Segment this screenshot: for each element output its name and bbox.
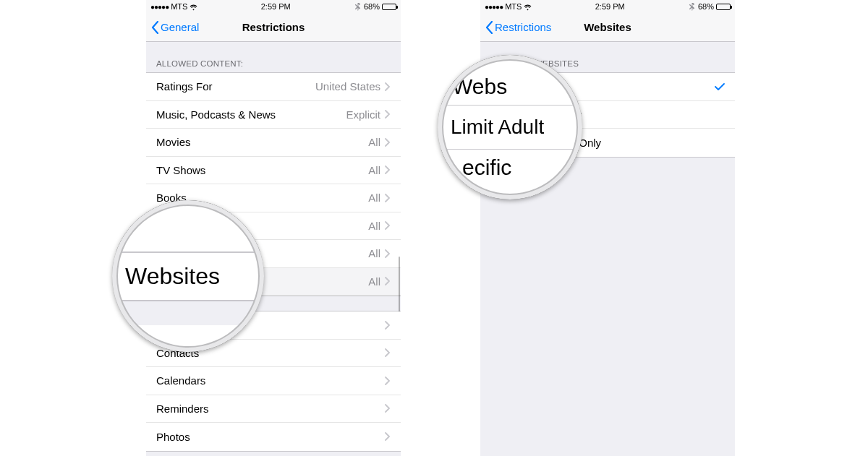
chevron-right-icon — [385, 321, 391, 330]
chevron-right-icon — [385, 277, 391, 285]
battery-pct: 68% — [698, 2, 714, 11]
status-right: 68% — [354, 2, 396, 11]
checkmark-icon — [715, 83, 725, 90]
row-value: All — [368, 192, 380, 204]
row-calendars[interactable]: Calendars — [146, 367, 401, 395]
chevron-right-icon — [385, 221, 391, 230]
chevron-right-icon — [385, 348, 391, 357]
row-value: All — [368, 164, 380, 176]
signal-dots-icon: ●●●●● — [485, 3, 503, 11]
chevron-right-icon — [385, 377, 391, 385]
row-label: Reminders — [156, 403, 385, 415]
chevron-right-icon — [385, 432, 391, 441]
status-left: ●●●●● MTS — [485, 2, 532, 11]
row-movies[interactable]: Movies All — [146, 129, 401, 157]
row-tv-shows[interactable]: TV Shows All — [146, 157, 401, 185]
row-label: Calendars — [156, 374, 385, 387]
chevron-left-icon — [151, 21, 159, 34]
magnifier-ghost-top: Webs — [438, 74, 582, 105]
row-music-podcasts-news[interactable]: Music, Podcasts & News Explicit — [146, 101, 401, 129]
chevron-right-icon — [385, 110, 391, 119]
status-left: ●●●●● MTS — [150, 2, 197, 11]
row-value: All — [368, 247, 380, 259]
bluetooth-icon — [354, 3, 362, 11]
chevron-right-icon — [385, 194, 391, 202]
wifi-icon — [190, 3, 197, 11]
signal-dots-icon: ●●●●● — [150, 3, 169, 11]
status-time: 2:59 PM — [261, 2, 291, 11]
row-value: Explicit — [346, 108, 380, 121]
wifi-icon — [524, 3, 532, 11]
nav-back-button[interactable]: Restrictions — [485, 13, 551, 41]
section-header-allowed-content: ALLOWED CONTENT: — [146, 42, 401, 72]
nav-title: Websites — [584, 21, 631, 33]
row-value: United States — [315, 80, 380, 93]
status-bar: ●●●●● MTS 2:59 PM 68% — [480, 0, 735, 13]
status-time: 2:59 PM — [595, 2, 625, 11]
battery-icon — [382, 4, 396, 10]
battery-pct: 68% — [364, 2, 380, 11]
nav-bar: Restrictions Websites — [480, 13, 735, 42]
status-right: 68% — [688, 2, 731, 11]
row-value: All — [368, 275, 380, 288]
chevron-right-icon — [385, 404, 391, 413]
magnifier-websites: Websites — [112, 200, 264, 352]
row-label: Ratings For — [156, 80, 315, 93]
chevron-right-icon — [385, 138, 391, 147]
row-value: All — [368, 136, 380, 148]
nav-back-button[interactable]: General — [151, 13, 199, 41]
magnifier-text: Limit Adult — [438, 105, 582, 150]
row-label: Photos — [156, 431, 385, 443]
row-value: All — [368, 220, 380, 232]
row-label: Music, Podcasts & News — [156, 108, 346, 121]
chevron-right-icon — [385, 165, 391, 174]
row-label: TV Shows — [156, 164, 368, 176]
chevron-right-icon — [385, 249, 391, 258]
row-label: Movies — [156, 136, 368, 148]
nav-title: Restrictions — [242, 21, 305, 33]
magnifier-ghost-bottom: ecific — [438, 150, 582, 180]
row-reminders[interactable]: Reminders — [146, 395, 401, 423]
magnifier-limit-adult: Webs Limit Adult ecific — [438, 55, 582, 199]
carrier-label: MTS — [171, 2, 187, 11]
nav-back-label: General — [161, 21, 199, 33]
battery-icon — [716, 4, 731, 10]
bluetooth-icon — [688, 3, 696, 11]
carrier-label: MTS — [505, 2, 522, 11]
nav-bar: General Restrictions — [146, 13, 401, 42]
chevron-right-icon — [385, 82, 391, 91]
row-ratings-for[interactable]: Ratings For United States — [146, 73, 401, 101]
magnifier-text: Websites — [112, 252, 264, 301]
nav-back-label: Restrictions — [495, 21, 551, 33]
chevron-left-icon — [485, 21, 493, 34]
status-bar: ●●●●● MTS 2:59 PM 68% — [146, 0, 401, 13]
row-photos[interactable]: Photos — [146, 423, 401, 451]
